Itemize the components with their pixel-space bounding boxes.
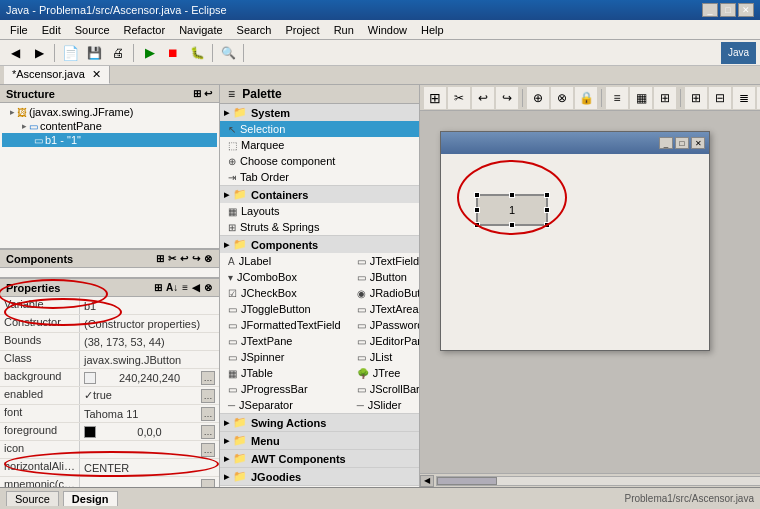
tree-item-jframe[interactable]: ▸ 🖼 (javax.swing.JFrame): [2, 105, 217, 119]
frame-max-btn[interactable]: □: [675, 137, 689, 149]
prop-btn-4[interactable]: …: [201, 371, 215, 385]
scroll-track[interactable]: [436, 476, 760, 486]
canvas-btn-11[interactable]: ⊞: [685, 87, 707, 109]
canvas-hscrollbar[interactable]: ◀ ▶: [420, 473, 760, 487]
toolbar-perspective-java[interactable]: Java: [721, 42, 756, 64]
prop-btn-5[interactable]: …: [201, 389, 215, 403]
toolbar-run[interactable]: ▶: [138, 42, 160, 64]
props-icon-1[interactable]: ⊞: [153, 281, 163, 294]
canvas-btn-3[interactable]: ↩: [472, 87, 494, 109]
prop-row-variable[interactable]: Variableb1: [0, 297, 219, 315]
palette-item-jscrollbar[interactable]: ▭JScrollBar: [349, 381, 420, 397]
menu-edit[interactable]: Edit: [36, 22, 67, 38]
scroll-left-btn[interactable]: ◀: [420, 475, 434, 487]
toolbar-print[interactable]: 🖨: [107, 42, 129, 64]
menu-search[interactable]: Search: [231, 22, 278, 38]
palette-item-jlist[interactable]: ▭JList: [349, 349, 420, 365]
palette-item-layouts[interactable]: ▦Layouts: [220, 203, 419, 219]
menu-refactor[interactable]: Refactor: [118, 22, 172, 38]
menu-file[interactable]: File: [4, 22, 34, 38]
prop-row-bounds[interactable]: Bounds(38, 173, 53, 44): [0, 333, 219, 351]
tab-close-icon[interactable]: ✕: [92, 68, 101, 80]
palette-section-header-0[interactable]: ▸📁System: [220, 104, 419, 121]
palette-item-jslider[interactable]: ─JSlider: [349, 397, 420, 413]
props-icon-5[interactable]: ⊗: [203, 281, 213, 294]
toolbar-new[interactable]: 📄: [59, 42, 81, 64]
palette-section-header-6[interactable]: ▸📁JGoodies: [220, 468, 419, 485]
canvas-btn-7[interactable]: 🔒: [575, 87, 597, 109]
palette-item-jspinner[interactable]: ▭JSpinner: [220, 349, 349, 365]
scroll-thumb[interactable]: [437, 477, 497, 485]
prop-btn-10[interactable]: …: [201, 479, 215, 488]
toolbar-debug[interactable]: 🐛: [186, 42, 208, 64]
canvas-btn-4[interactable]: ↪: [496, 87, 518, 109]
prop-row-horizontalalig---[interactable]: horizontalAlig...CENTER: [0, 459, 219, 477]
palette-section-header-4[interactable]: ▸📁Menu: [220, 432, 419, 449]
canvas-btn-6[interactable]: ⊗: [551, 87, 573, 109]
menu-project[interactable]: Project: [279, 22, 325, 38]
comp-icon-5[interactable]: ⊗: [203, 252, 213, 265]
canvas-btn-13[interactable]: ≣: [733, 87, 755, 109]
palette-item-jtextarea[interactable]: ▭JTextArea: [349, 301, 420, 317]
prop-btn-6[interactable]: …: [201, 407, 215, 421]
tab-source[interactable]: Source: [6, 491, 59, 506]
palette-item-jradiobutton[interactable]: ◉JRadioButton: [349, 285, 420, 301]
canvas-btn-2[interactable]: ✂: [448, 87, 470, 109]
palette-section-header-1[interactable]: ▸📁Containers: [220, 186, 419, 203]
prop-row-class[interactable]: Classjavax.swing.JButton: [0, 351, 219, 369]
palette-item-choose-component[interactable]: ⊕Choose component: [220, 153, 419, 169]
prop-row-enabled[interactable]: enabled✓true…: [0, 387, 219, 405]
frame-min-btn[interactable]: _: [659, 137, 673, 149]
tree-item-contentpane[interactable]: ▸ ▭ contentPane: [2, 119, 217, 133]
comp-icon-4[interactable]: ↪: [191, 252, 201, 265]
palette-item-marquee[interactable]: ⬚Marquee: [220, 137, 419, 153]
palette-item-jbutton[interactable]: ▭JButton: [349, 269, 420, 285]
palette-item-jtextpane[interactable]: ▭JTextPane: [220, 333, 349, 349]
menu-window[interactable]: Window: [362, 22, 413, 38]
props-icon-4[interactable]: ◀: [191, 281, 201, 294]
prop-btn-8[interactable]: …: [201, 443, 215, 457]
canvas-btn-5[interactable]: ⊕: [527, 87, 549, 109]
toolbar-save[interactable]: 💾: [83, 42, 105, 64]
menu-help[interactable]: Help: [415, 22, 450, 38]
frame-close-btn[interactable]: ✕: [691, 137, 705, 149]
structure-icon-2[interactable]: ↩: [203, 87, 213, 100]
prop-row-font[interactable]: fontTahoma 11…: [0, 405, 219, 423]
props-icon-3[interactable]: ≡: [181, 281, 189, 294]
palette-item-jformattedtextfield[interactable]: ▭JFormattedTextField: [220, 317, 349, 333]
minimize-button[interactable]: _: [702, 3, 718, 17]
palette-item-struts---springs[interactable]: ⊞Struts & Springs: [220, 219, 419, 235]
palette-item-jeditorpane[interactable]: ▭JEditorPane: [349, 333, 420, 349]
palette-item-jcombobox[interactable]: ▾JComboBox: [220, 269, 349, 285]
palette-section-header-3[interactable]: ▸📁Swing Actions: [220, 414, 419, 431]
comp-icon-3[interactable]: ↩: [179, 252, 189, 265]
props-icon-2[interactable]: A↓: [165, 281, 179, 294]
palette-item-jlabel[interactable]: AJLabel: [220, 253, 349, 269]
menu-source[interactable]: Source: [69, 22, 116, 38]
menu-run[interactable]: Run: [328, 22, 360, 38]
tree-item-b1[interactable]: ▭ b1 - "1": [2, 133, 217, 147]
palette-item-jseparator[interactable]: ─JSeparator: [220, 397, 349, 413]
canvas-btn-8[interactable]: ≡: [606, 87, 628, 109]
prop-row-mnemonic-ch---[interactable]: mnemonic(ch...…: [0, 477, 219, 487]
prop-row-background[interactable]: background240,240,240…: [0, 369, 219, 387]
palette-item-selection[interactable]: ↖Selection: [220, 121, 419, 137]
comp-icon-2[interactable]: ✂: [167, 252, 177, 265]
toolbar-stop[interactable]: ⏹: [162, 42, 184, 64]
canvas-btn-10[interactable]: ⊞: [654, 87, 676, 109]
canvas-btn-1[interactable]: ⊞: [424, 87, 446, 109]
prop-btn-7[interactable]: …: [201, 425, 215, 439]
toolbar-search[interactable]: 🔍: [217, 42, 239, 64]
palette-item-jprogressbar[interactable]: ▭JProgressBar: [220, 381, 349, 397]
canvas-area[interactable]: _ □ ✕ 1: [420, 111, 760, 487]
comp-icon-1[interactable]: ⊞: [155, 252, 165, 265]
design-button[interactable]: 1: [476, 194, 548, 226]
close-button[interactable]: ✕: [738, 3, 754, 17]
toolbar-back[interactable]: ◀: [4, 42, 26, 64]
prop-row-icon[interactable]: icon…: [0, 441, 219, 459]
canvas-btn-9[interactable]: ▦: [630, 87, 652, 109]
palette-item-tab-order[interactable]: ⇥Tab Order: [220, 169, 419, 185]
canvas-btn-12[interactable]: ⊟: [709, 87, 731, 109]
menu-navigate[interactable]: Navigate: [173, 22, 228, 38]
prop-row-constructor[interactable]: Constructor(Constructor properties): [0, 315, 219, 333]
